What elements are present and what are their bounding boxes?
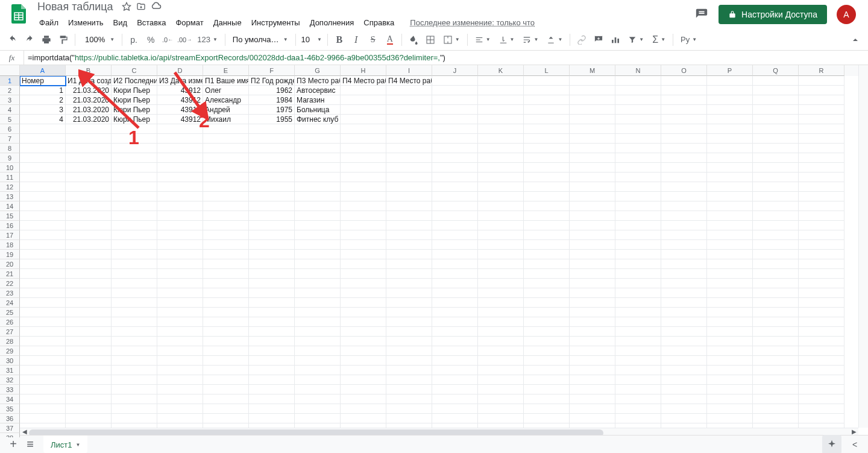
cell[interactable]: П2 Год рождения bbox=[249, 76, 295, 86]
cell[interactable] bbox=[386, 134, 432, 144]
cell[interactable] bbox=[66, 182, 112, 192]
cell[interactable] bbox=[386, 144, 432, 153]
cell[interactable] bbox=[799, 163, 844, 173]
cell[interactable] bbox=[20, 211, 66, 221]
row-header[interactable]: 35 bbox=[0, 404, 20, 414]
cell[interactable] bbox=[707, 337, 753, 346]
cell[interactable] bbox=[157, 163, 203, 173]
cell[interactable] bbox=[295, 298, 341, 308]
valign-button[interactable]: ▼ bbox=[495, 32, 518, 48]
cell[interactable] bbox=[661, 221, 707, 230]
input-language-button[interactable]: Ру▼ bbox=[677, 32, 700, 48]
cell[interactable] bbox=[295, 394, 341, 404]
cell[interactable] bbox=[799, 105, 844, 115]
cell[interactable] bbox=[20, 259, 66, 269]
row-header[interactable]: 24 bbox=[0, 298, 20, 308]
cell[interactable] bbox=[249, 124, 295, 134]
cell[interactable] bbox=[295, 163, 341, 173]
cell[interactable] bbox=[799, 230, 844, 240]
cell[interactable] bbox=[157, 153, 203, 163]
cell[interactable] bbox=[341, 144, 386, 153]
cell[interactable] bbox=[203, 250, 249, 259]
cell[interactable] bbox=[203, 366, 249, 375]
cell[interactable]: 1962 bbox=[249, 86, 295, 95]
cell[interactable] bbox=[524, 337, 570, 346]
cell[interactable] bbox=[20, 327, 66, 337]
menu-edit[interactable]: Изменить bbox=[64, 16, 108, 30]
fill-color-button[interactable] bbox=[406, 32, 421, 48]
cell[interactable] bbox=[799, 317, 844, 327]
borders-button[interactable] bbox=[423, 32, 438, 48]
cell[interactable] bbox=[66, 414, 112, 423]
row-header[interactable]: 36 bbox=[0, 414, 20, 423]
undo-button[interactable] bbox=[5, 32, 20, 48]
cell[interactable] bbox=[249, 221, 295, 230]
cell[interactable] bbox=[570, 201, 615, 211]
cell[interactable] bbox=[478, 230, 524, 240]
cell[interactable] bbox=[524, 134, 570, 144]
cell[interactable] bbox=[66, 366, 112, 375]
cell[interactable] bbox=[295, 201, 341, 211]
row-header[interactable]: 25 bbox=[0, 308, 20, 317]
cell[interactable]: П4 Место работы - 2 bbox=[386, 76, 432, 86]
cell[interactable] bbox=[203, 211, 249, 221]
cell[interactable] bbox=[20, 366, 66, 375]
cell[interactable] bbox=[615, 153, 661, 163]
cell[interactable] bbox=[799, 115, 844, 124]
cell[interactable] bbox=[157, 144, 203, 153]
cell[interactable] bbox=[570, 86, 615, 95]
collapse-toolbar-button[interactable] bbox=[848, 32, 863, 48]
rotate-button[interactable]: ▼ bbox=[543, 32, 566, 48]
cell[interactable] bbox=[799, 95, 844, 105]
cell[interactable]: 2 bbox=[20, 95, 66, 105]
cell[interactable]: Магазин bbox=[295, 95, 341, 105]
row-header[interactable]: 22 bbox=[0, 279, 20, 288]
cell[interactable] bbox=[570, 404, 615, 414]
col-header-B[interactable]: B bbox=[66, 65, 112, 76]
cell[interactable] bbox=[157, 288, 203, 298]
sheet-tab-1[interactable]: Лист1 ▼ bbox=[43, 436, 87, 453]
cell[interactable] bbox=[249, 182, 295, 192]
cell[interactable] bbox=[753, 124, 799, 134]
cell[interactable] bbox=[66, 298, 112, 308]
cell[interactable] bbox=[341, 201, 386, 211]
merge-cells-button[interactable]: ▼ bbox=[439, 32, 464, 48]
cell[interactable] bbox=[157, 308, 203, 317]
decrease-decimals[interactable]: .0← bbox=[160, 32, 175, 48]
cell[interactable] bbox=[20, 182, 66, 192]
cell[interactable] bbox=[478, 86, 524, 95]
cell[interactable] bbox=[249, 153, 295, 163]
row-header[interactable]: 9 bbox=[0, 153, 20, 163]
cell[interactable] bbox=[203, 259, 249, 269]
cell[interactable] bbox=[112, 201, 157, 211]
cell[interactable] bbox=[432, 105, 478, 115]
cell[interactable] bbox=[249, 327, 295, 337]
cell[interactable] bbox=[661, 279, 707, 288]
cell[interactable] bbox=[753, 337, 799, 346]
cell[interactable] bbox=[478, 259, 524, 269]
cell[interactable]: 43912 bbox=[157, 95, 203, 105]
cell[interactable] bbox=[386, 201, 432, 211]
cell[interactable] bbox=[249, 298, 295, 308]
cell[interactable] bbox=[341, 414, 386, 423]
cell[interactable] bbox=[478, 394, 524, 404]
cell[interactable] bbox=[661, 269, 707, 279]
cell[interactable] bbox=[341, 86, 386, 95]
cell[interactable] bbox=[295, 211, 341, 221]
cell[interactable] bbox=[753, 288, 799, 298]
cell[interactable] bbox=[615, 385, 661, 394]
col-header-N[interactable]: N bbox=[615, 65, 661, 76]
cell[interactable]: Михаил bbox=[203, 115, 249, 124]
cell[interactable] bbox=[478, 240, 524, 250]
cell[interactable] bbox=[249, 144, 295, 153]
cell[interactable] bbox=[341, 375, 386, 385]
cell[interactable] bbox=[615, 95, 661, 105]
cell[interactable] bbox=[157, 356, 203, 366]
cell[interactable] bbox=[478, 182, 524, 192]
cell[interactable] bbox=[478, 414, 524, 423]
col-header-Q[interactable]: Q bbox=[753, 65, 799, 76]
cell[interactable] bbox=[157, 269, 203, 279]
font-select[interactable]: По умолча…▼ bbox=[229, 32, 292, 48]
cell[interactable] bbox=[295, 269, 341, 279]
cell[interactable] bbox=[295, 317, 341, 327]
